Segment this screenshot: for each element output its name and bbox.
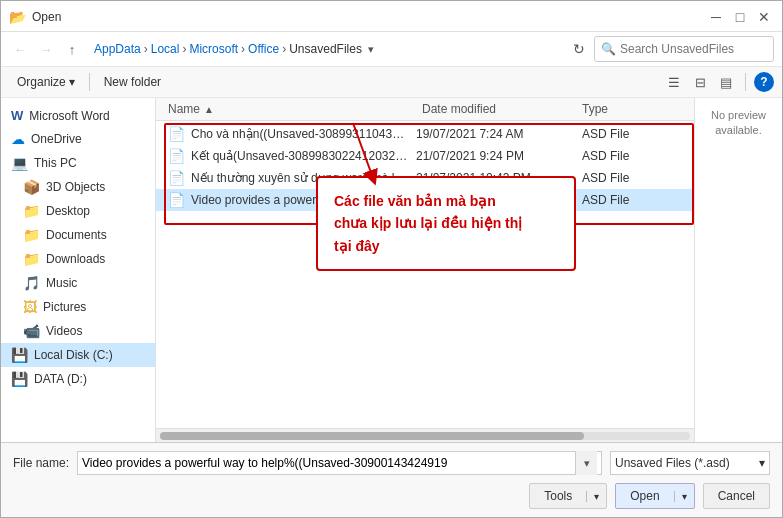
column-date[interactable]: Date modified xyxy=(422,102,582,116)
sidebar-item-downloads[interactable]: 📁 Downloads xyxy=(1,247,155,271)
sidebar-label-onedrive: OneDrive xyxy=(31,132,82,146)
file-area: Name ▲ Date modified Type 📄 xyxy=(156,98,694,442)
open-chevron-icon: ▾ xyxy=(674,491,694,502)
filename-dropdown-button[interactable]: ▾ xyxy=(575,451,597,475)
sidebar-label-videos: Videos xyxy=(46,324,82,338)
organize-chevron-icon: ▾ xyxy=(69,75,75,89)
cancel-label: Cancel xyxy=(718,489,755,503)
filename-input[interactable] xyxy=(82,456,575,470)
column-name-label: Name xyxy=(168,102,200,116)
breadcrumb-chevron-icon: ▾ xyxy=(368,43,374,56)
sidebar-label-3d-objects: 3D Objects xyxy=(46,180,105,194)
filetype-select[interactable]: Unsaved Files (*.asd) ▾ xyxy=(610,451,770,475)
annotation-text: Các file văn bản mà bạnchưa kịp lưu lại … xyxy=(334,193,522,254)
sidebar-label-data-d: DATA (D:) xyxy=(34,372,87,386)
breadcrumb-office[interactable]: Office xyxy=(248,42,279,56)
back-button[interactable]: ← xyxy=(9,38,31,60)
sidebar-label-pictures: Pictures xyxy=(43,300,86,314)
file-icon: 📄 xyxy=(168,148,185,164)
action-row: Tools ▾ Open ▾ Cancel xyxy=(13,483,770,509)
sidebar-item-onedrive[interactable]: ☁ OneDrive xyxy=(1,127,155,151)
maximize-button[interactable]: □ xyxy=(730,7,750,27)
filename-row: File name: ▾ Unsaved Files (*.asd) ▾ xyxy=(13,451,770,475)
onedrive-icon: ☁ xyxy=(11,131,25,147)
breadcrumb-microsoft[interactable]: Microsoft xyxy=(189,42,238,56)
sidebar-label-documents: Documents xyxy=(46,228,107,242)
title-bar: 📂 Open ─ □ ✕ xyxy=(1,1,782,32)
sidebar-item-data-d[interactable]: 💾 DATA (D:) xyxy=(1,367,155,391)
this-pc-icon: 💻 xyxy=(11,155,28,171)
annotation-arrow1 xyxy=(323,123,443,183)
filetype-label: Unsaved Files (*.asd) xyxy=(615,456,730,470)
sort-arrow-icon: ▲ xyxy=(204,104,214,115)
window-icon: 📂 xyxy=(9,9,26,25)
sidebar-item-music[interactable]: 🎵 Music xyxy=(1,271,155,295)
pictures-folder-icon: 🖼 xyxy=(23,299,37,315)
open-button[interactable]: Open ▾ xyxy=(615,483,694,509)
toolbar: Organize ▾ New folder ☰ ⊟ ▤ ? xyxy=(1,67,782,98)
scrollbar-thumb xyxy=(160,432,584,440)
sidebar-label-music: Music xyxy=(46,276,77,290)
file-icon: 📄 xyxy=(168,192,185,208)
breadcrumb-appdata[interactable]: AppData xyxy=(94,42,141,56)
sidebar-item-videos[interactable]: 📹 Videos xyxy=(1,319,155,343)
sidebar: W Microsoft Word ☁ OneDrive 💻 This PC 📦 … xyxy=(1,98,156,442)
open-label: Open xyxy=(616,489,673,503)
column-date-label: Date modified xyxy=(422,102,496,116)
breadcrumb[interactable]: AppData › Local › Microsoft › Office › U… xyxy=(87,36,564,62)
word-icon: W xyxy=(11,108,23,123)
sidebar-item-local-disk-c[interactable]: 💾 Local Disk (C:) xyxy=(1,343,155,367)
sidebar-item-documents[interactable]: 📁 Documents xyxy=(1,223,155,247)
svg-line-0 xyxy=(353,123,373,178)
toolbar-separator xyxy=(89,73,90,91)
downloads-folder-icon: 📁 xyxy=(23,251,40,267)
sidebar-label-desktop: Desktop xyxy=(46,204,90,218)
close-button[interactable]: ✕ xyxy=(754,7,774,27)
column-type-label: Type xyxy=(582,102,608,116)
horizontal-scrollbar[interactable] xyxy=(156,428,694,442)
data-d-icon: 💾 xyxy=(11,371,28,387)
annotation-box: Các file văn bản mà bạnchưa kịp lưu lại … xyxy=(316,176,576,271)
tools-chevron-icon: ▾ xyxy=(586,491,606,502)
column-name[interactable]: Name ▲ xyxy=(168,102,422,116)
breadcrumb-local[interactable]: Local xyxy=(151,42,180,56)
forward-button[interactable]: → xyxy=(35,38,57,60)
new-folder-button[interactable]: New folder xyxy=(96,72,169,92)
sidebar-item-microsoft-word[interactable]: W Microsoft Word xyxy=(1,104,155,127)
file-list: 📄 Cho và nhận((Unsaved-30899311043105… 1… xyxy=(156,121,694,428)
tools-button[interactable]: Tools ▾ xyxy=(529,483,607,509)
view-list-button[interactable]: ☰ xyxy=(663,71,685,93)
refresh-button[interactable]: ↻ xyxy=(568,38,590,60)
file-type: ASD File xyxy=(582,127,682,141)
search-input[interactable] xyxy=(620,42,767,56)
view-options-button[interactable]: ⊟ xyxy=(689,71,711,93)
sidebar-label-downloads: Downloads xyxy=(46,252,105,266)
cancel-button[interactable]: Cancel xyxy=(703,483,770,509)
column-type[interactable]: Type xyxy=(582,102,682,116)
search-box: 🔍 xyxy=(594,36,774,62)
minimize-button[interactable]: ─ xyxy=(706,7,726,27)
organize-button[interactable]: Organize ▾ xyxy=(9,72,83,92)
breadcrumb-current: UnsavedFiles xyxy=(289,42,362,56)
sidebar-item-3d-objects[interactable]: 📦 3D Objects xyxy=(1,175,155,199)
help-button[interactable]: ? xyxy=(754,72,774,92)
sidebar-label-local-disk-c: Local Disk (C:) xyxy=(34,348,113,362)
filename-label: File name: xyxy=(13,456,69,470)
window-title: Open xyxy=(32,10,61,24)
sidebar-item-desktop[interactable]: 📁 Desktop xyxy=(1,199,155,223)
up-button[interactable]: ↑ xyxy=(61,38,83,60)
music-folder-icon: 🎵 xyxy=(23,275,40,291)
file-type: ASD File xyxy=(582,149,682,163)
filename-input-wrap: ▾ xyxy=(77,451,602,475)
sidebar-item-this-pc[interactable]: 💻 This PC xyxy=(1,151,155,175)
filetype-chevron-icon: ▾ xyxy=(759,456,765,470)
file-icon: 📄 xyxy=(168,170,185,186)
file-icon: 📄 xyxy=(168,126,185,142)
bottom-bar: File name: ▾ Unsaved Files (*.asd) ▾ Too… xyxy=(1,442,782,517)
view-details-button[interactable]: ▤ xyxy=(715,71,737,93)
sidebar-label-microsoft-word: Microsoft Word xyxy=(29,109,109,123)
documents-folder-icon: 📁 xyxy=(23,227,40,243)
sidebar-item-pictures[interactable]: 🖼 Pictures xyxy=(1,295,155,319)
scrollbar-track xyxy=(160,432,690,440)
preview-text: No preview available. xyxy=(701,108,776,139)
